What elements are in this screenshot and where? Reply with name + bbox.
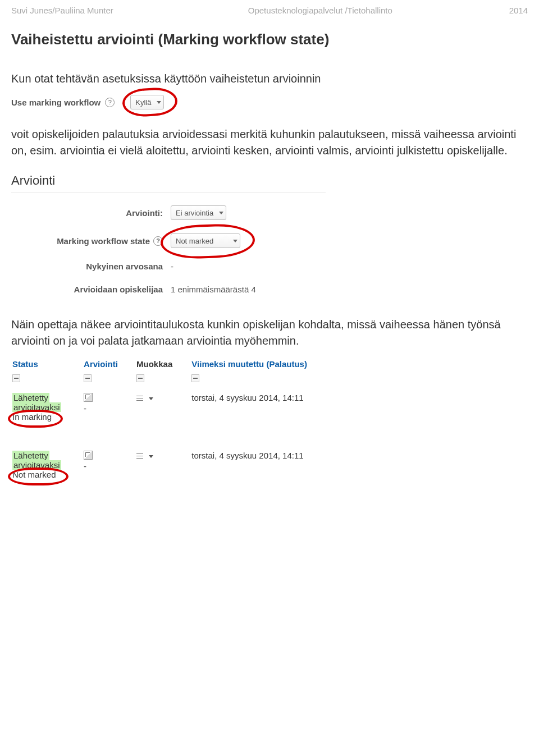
paragraph-1: Kun otat tehtävän asetuksissa käyttöön v… (11, 71, 528, 87)
status-badge: arvioitavaksi (12, 402, 61, 412)
edit-icon[interactable] (84, 393, 93, 402)
arviointi-cell: - (84, 404, 86, 413)
workflow-state-cell: In marking (12, 412, 52, 421)
arviointi-cell: - (84, 461, 86, 471)
chevron-down-icon (233, 240, 237, 242)
arviointi-select-value: Ei arviointia (176, 209, 213, 217)
screenshot-grading-form: Arviointi Arviointi: Ei arviointia Marki… (11, 173, 326, 294)
grading-heading: Arviointi (11, 173, 326, 193)
workflow-select[interactable]: Kyllä (130, 95, 164, 109)
page-header: Suvi Junes/Pauliina Munter 2014 Opetuste… (11, 6, 528, 15)
sheet-icon[interactable] (136, 395, 147, 402)
arviointi-label: Arviointi: (126, 208, 163, 218)
chevron-down-icon (219, 212, 223, 214)
workflow-state-label: Marking workflow state (57, 236, 150, 246)
edit-icon[interactable] (84, 451, 93, 460)
chevron-down-icon[interactable] (149, 397, 153, 400)
page-title: Vaiheistettu arviointi (Marking workflow… (11, 31, 528, 48)
collapse-icon[interactable] (12, 374, 20, 382)
collapse-icon[interactable] (84, 374, 92, 382)
highlight-circle: Not marked (171, 233, 240, 248)
status-badge: Lähetetty (12, 393, 49, 402)
arviointi-select[interactable]: Ei arviointia (171, 205, 226, 220)
date-cell: torstai, 4 syyskuu 2014, 14:11 (191, 393, 303, 402)
student-count-label: Arvioidaan opiskelijaa (74, 285, 163, 294)
header-left: Suvi Junes/Pauliina Munter (11, 6, 113, 15)
col-status[interactable]: Status (11, 357, 83, 370)
workflow-state-select[interactable]: Not marked (171, 233, 240, 248)
table-row: Lähetetty arvioitavaksi In marking - tor… (11, 391, 348, 423)
status-badge: arvioitavaksi (12, 460, 61, 470)
header-year: 2014 (509, 6, 528, 15)
paragraph-3: Näin opettaja näkee arviointitaulukosta … (11, 317, 528, 349)
chevron-down-icon[interactable] (149, 455, 153, 458)
header-center: Opetusteknologiapalvelut /Tietohallinto (248, 6, 392, 15)
workflow-select-value: Kyllä (135, 98, 151, 107)
table-row: Lähetetty arvioitavaksi Not marked - tor… (11, 448, 348, 480)
date-cell: torstai, 4 syyskuu 2014, 14:11 (191, 451, 303, 460)
col-viimeksi[interactable]: Viimeksi muutettu (Palautus) (190, 357, 348, 370)
table-header-row: Status Arviointi Muokkaa Viimeksi muutet… (11, 357, 348, 370)
status-badge: Lähetetty (12, 451, 49, 460)
sheet-icon[interactable] (136, 453, 147, 460)
chevron-down-icon (157, 101, 161, 104)
collapse-icon[interactable] (191, 374, 199, 382)
highlight-circle: Not marked (12, 470, 56, 479)
col-arviointi[interactable]: Arviointi (83, 357, 135, 370)
highlight-circle: Kyllä (130, 95, 164, 109)
workflow-state-cell: Not marked (12, 470, 56, 479)
current-grade-value: - (171, 262, 173, 271)
collapse-row (11, 370, 348, 391)
screenshot-grading-table: Status Arviointi Muokkaa Viimeksi muutet… (11, 357, 348, 480)
paragraph-2: voit opiskelijoiden palautuksia arvioide… (11, 126, 528, 159)
help-icon[interactable]: ? (105, 98, 115, 107)
help-icon[interactable]: ? (153, 236, 163, 246)
collapse-icon[interactable] (136, 374, 144, 382)
workflow-state-value: Not marked (176, 237, 213, 245)
col-muokkaa: Muokkaa (135, 357, 190, 370)
screenshot-workflow-setting: Use marking workflow ? Kyllä (11, 95, 528, 109)
workflow-setting-label: Use marking workflow (11, 98, 101, 107)
highlight-circle: In marking (12, 412, 52, 421)
student-count-value: 1 enimmäismäärästä 4 (171, 285, 256, 294)
current-grade-label: Nykyinen arvosana (86, 262, 163, 271)
